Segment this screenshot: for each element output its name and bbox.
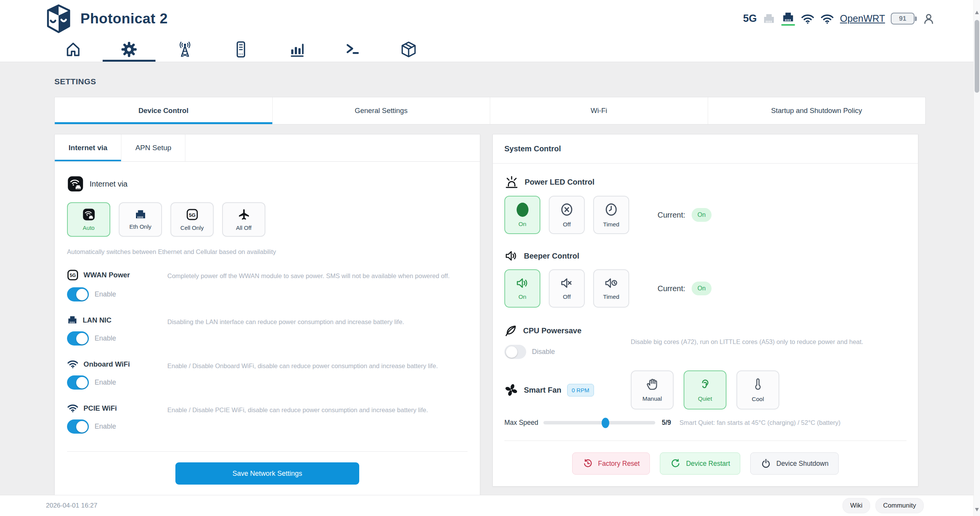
power-led-current-value: On — [692, 208, 711, 222]
history-reset-icon — [582, 458, 593, 469]
community-link[interactable]: Community — [875, 498, 924, 513]
subtab-apn-setup[interactable]: APN Setup — [121, 134, 185, 161]
power-led-label: Power LED Control — [525, 178, 594, 187]
page-title: SETTINGS — [54, 77, 926, 86]
lan-nic-icon — [67, 315, 78, 325]
tab-general-settings[interactable]: General Settings — [273, 97, 491, 124]
fan-manual-label: Manual — [643, 395, 662, 402]
max-speed-slider[interactable] — [543, 421, 655, 424]
scroll-up-arrow-icon[interactable] — [975, 11, 979, 14]
nav-packages[interactable] — [381, 37, 437, 62]
nav-modem[interactable] — [213, 37, 269, 62]
wwan-power-toggle[interactable] — [67, 287, 89, 301]
left-card-divider — [67, 451, 468, 452]
wan-ethernet-icon — [762, 13, 775, 25]
beeper-current: Current: On — [658, 282, 712, 295]
bar-chart-icon — [288, 41, 306, 58]
speaker-timer-icon — [604, 277, 618, 290]
beeper-current-value: On — [692, 282, 711, 295]
subtab-internet-via[interactable]: Internet via — [55, 134, 121, 161]
tab-device-control[interactable]: Device Control — [55, 97, 273, 124]
beeper-timed-button[interactable]: Timed — [593, 269, 629, 308]
lan-active-indicator — [781, 24, 795, 26]
nav-home[interactable] — [45, 37, 101, 62]
fan-cool-label: Cool — [752, 396, 764, 403]
factory-reset-button[interactable]: Factory Reset — [572, 452, 650, 475]
mode-cell-only-button[interactable]: 5G Cell Only — [170, 202, 214, 237]
main-nav — [0, 37, 980, 62]
lan-nic-toggle[interactable] — [67, 331, 89, 346]
nav-settings[interactable] — [101, 37, 157, 62]
cpu-powersave-description: Disable big cores (A72), run on LITTLE c… — [631, 335, 863, 348]
fan-quiet-button[interactable]: Quiet — [684, 370, 726, 410]
cpu-powersave-toggle[interactable] — [504, 345, 526, 359]
cpu-powersave-label: CPU Powersave — [523, 326, 581, 335]
led-on-icon — [517, 203, 528, 217]
scroll-down-arrow-icon[interactable] — [975, 508, 979, 511]
gear-icon — [120, 41, 138, 58]
led-timed-button[interactable]: Timed — [593, 196, 629, 234]
led-on-label: On — [519, 221, 527, 228]
speaker-mute-icon — [560, 277, 574, 290]
pcie-wifi-toggle[interactable] — [67, 419, 89, 434]
device-shutdown-button[interactable]: Device Shutdown — [750, 452, 839, 475]
home-icon — [64, 41, 82, 58]
device-restart-button[interactable]: Device Restart — [660, 452, 740, 475]
beeper-header: Beeper Control — [504, 249, 906, 262]
beeper-on-button[interactable]: On — [504, 269, 540, 308]
wwan-power-row: 5G WWAN Power Enable Completely power of… — [67, 269, 468, 301]
user-icon[interactable] — [923, 13, 935, 25]
fan-cool-button[interactable]: Cool — [736, 370, 779, 410]
wwan-5g-icon: 5G — [67, 269, 79, 281]
max-speed-knob[interactable] — [602, 418, 609, 428]
mode-auto-button[interactable]: Auto — [67, 202, 110, 237]
pcie-wifi-row: PCIE WiFi Enable Enable / Disable PCIE W… — [67, 403, 468, 434]
mode-cell-only-label: Cell Only — [180, 224, 204, 231]
mode-eth-only-button[interactable]: Eth Only — [119, 202, 162, 237]
mode-all-off-label: All Off — [236, 224, 252, 231]
wifi-5g-icon — [820, 13, 834, 25]
onboard-wifi-toggle[interactable] — [67, 375, 89, 390]
status-bar: 5G OpenWRT 91 — [743, 11, 935, 26]
nav-terminal[interactable] — [325, 37, 381, 62]
modem-icon — [232, 41, 250, 58]
scrollbar-thumb[interactable] — [975, 20, 979, 93]
tab-wifi[interactable]: Wi-Fi — [490, 97, 708, 124]
led-off-icon — [560, 202, 574, 217]
smart-fan-label: Smart Fan — [524, 386, 561, 395]
max-speed-note: Smart Quiet: fan starts at 45°C (chargin… — [679, 419, 840, 426]
pcie-wifi-label: PCIE WiFi — [83, 404, 117, 413]
fan-manual-button[interactable]: Manual — [631, 370, 674, 410]
system-actions: Factory Reset Device Restart — [504, 452, 906, 475]
network-card: Internet via APN Setup — [54, 134, 480, 496]
thermometer-icon — [751, 377, 764, 392]
settings-tab-bar: Device Control General Settings Wi-Fi St… — [54, 97, 926, 124]
power-led-current: Current: On — [658, 208, 712, 222]
led-on-button[interactable]: On — [504, 196, 540, 234]
onboard-wifi-icon — [67, 359, 79, 369]
package-icon — [400, 41, 417, 58]
max-speed-label: Max Speed — [504, 419, 543, 427]
vertical-scrollbar[interactable] — [973, 0, 980, 516]
internet-mode-group: Auto Eth Only — [67, 202, 468, 237]
pcie-wifi-icon — [67, 403, 79, 413]
antenna-tower-icon — [176, 41, 194, 58]
beeper-timed-label: Timed — [603, 293, 620, 300]
internet-via-section-header: Internet via — [67, 175, 468, 192]
tab-startup-shutdown[interactable]: Startup and Shutdown Policy — [708, 97, 926, 124]
beeper-options: On Off — [504, 269, 906, 308]
internet-mode-hint: Automatically switches between Ethernet … — [67, 248, 468, 256]
internet-via-icon — [67, 175, 84, 192]
nav-statistics[interactable] — [269, 37, 325, 62]
led-off-label: Off — [563, 221, 571, 228]
save-network-settings-button[interactable]: Save Network Settings — [175, 462, 359, 485]
led-off-button[interactable]: Off — [549, 196, 585, 234]
beeper-off-button[interactable]: Off — [549, 269, 585, 308]
network-subtabs: Internet via APN Setup — [55, 134, 480, 162]
fan-icon — [504, 383, 518, 397]
openwrt-link[interactable]: OpenWRT — [840, 13, 885, 24]
wiki-link[interactable]: Wiki — [843, 498, 870, 513]
nav-cellular[interactable] — [157, 37, 213, 62]
mode-all-off-button[interactable]: All Off — [222, 202, 265, 237]
svg-text:5G: 5G — [189, 212, 195, 218]
